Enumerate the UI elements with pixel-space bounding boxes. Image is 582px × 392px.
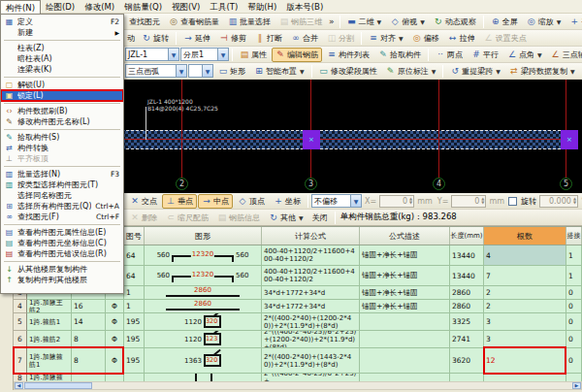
- formula-cell[interactable]: 2*((400-2*40)+(1200-2*40))+2*(11.9*d)+(8…: [262, 313, 360, 331]
- view-rebar-qty-button[interactable]: ◎查看钢筋量: [165, 15, 223, 29]
- horizontal-scrollbar[interactable]: ◀ ▶: [14, 381, 582, 390]
- span-data-copy-button[interactable]: ⇄梁跨数据复制▼: [505, 64, 579, 79]
- snap-coordinate-button[interactable]: +坐标: [270, 194, 305, 209]
- shape-cell[interactable]: 56012320560: [145, 266, 262, 286]
- length-cell[interactable]: [450, 374, 484, 381]
- menubar-view[interactable]: 视图(V): [167, 0, 205, 14]
- rectangle-button[interactable]: ▭矩形: [214, 64, 249, 79]
- menu-item-unlock[interactable]: ▢解锁(U): [1, 80, 123, 90]
- length-cell[interactable]: 13440: [450, 266, 484, 286]
- view-2d-button[interactable]: ▬二维▼: [343, 15, 386, 29]
- sub-mode-select[interactable]: ▼: [188, 64, 213, 78]
- menu-item-select-same-name[interactable]: 选择同名称图元: [1, 190, 123, 201]
- figure-number-cell[interactable]: 195: [124, 348, 145, 374]
- column-header-4[interactable]: 图号: [124, 227, 145, 245]
- arc-mode-select[interactable]: 三点画弧▼: [125, 64, 187, 78]
- chevron-down-icon[interactable]: ▼: [202, 65, 212, 77]
- length-cell[interactable]: 13440: [450, 245, 484, 266]
- scroll-right-button[interactable]: ▶: [572, 382, 581, 389]
- support-column-selected-1[interactable]: ×: [303, 130, 320, 149]
- menu-item-lock[interactable]: ▣锁定(L): [1, 90, 123, 101]
- formula-desc-cell[interactable]: [360, 313, 450, 331]
- menu-item-select-all[interactable]: ⊞选择所有构件图元(Q)Ctrl+A: [1, 201, 123, 212]
- menu-item-batch-select[interactable]: ▥批量选择(N)F3: [1, 169, 123, 180]
- lap-cell[interactable]: 0: [566, 286, 582, 300]
- menubar-version[interactable]: 版本号(B): [281, 0, 328, 14]
- diameter-cell[interactable]: 8: [72, 331, 106, 348]
- rotate-angle-input[interactable]: 0.000▲▼: [539, 195, 578, 208]
- column-header-7[interactable]: 公式描述: [360, 227, 450, 245]
- parallel-button[interactable]: #平行: [468, 48, 502, 62]
- offset-mode-select[interactable]: 不偏移▼: [311, 194, 362, 208]
- menu-item-data-brush[interactable]: ‹›构件数据刷(B): [1, 106, 123, 116]
- toolbar-overflow-button[interactable]: »: [327, 16, 337, 26]
- figure-number-cell[interactable]: 64: [124, 245, 145, 266]
- grade-cell[interactable]: Φ: [106, 348, 124, 374]
- column-header-10[interactable]: 搭接: [566, 227, 582, 245]
- row-number-cell[interactable]: 5: [14, 313, 27, 331]
- snap-perpendicular-button[interactable]: ⊥垂点: [162, 194, 197, 209]
- figure-number-cell[interactable]: 195: [124, 331, 145, 348]
- menu-item-pick-component[interactable]: ✎拾取构件(S): [1, 132, 123, 143]
- formula-desc-cell[interactable]: 锚固+净长+锚固: [360, 245, 450, 266]
- formula-cell[interactable]: 34*d+1772+34*d: [262, 300, 360, 313]
- formula-cell[interactable]: 2*((400-2*40)+(1443-2*40))+2*(11.9*d)+(8…: [262, 348, 360, 374]
- offset-button[interactable]: ◎偏移: [408, 31, 443, 46]
- menu-item-coupling-beam-table[interactable]: 连梁表(K): [1, 64, 123, 75]
- figure-number-cell[interactable]: 195: [124, 313, 145, 331]
- lap-cell[interactable]: 0: [566, 300, 582, 313]
- column-header-6[interactable]: 计算公式: [262, 227, 360, 245]
- chevron-down-icon[interactable]: ▼: [217, 49, 228, 60]
- formula-cell[interactable]: 400-40+1120/2+11600+400-40+1120/2: [262, 245, 360, 266]
- element-name-select[interactable]: JZL-1▼: [125, 48, 179, 61]
- snap-vertex-button[interactable]: ◇顶点: [234, 194, 269, 209]
- figure-number-cell[interactable]: 1: [124, 300, 145, 313]
- lap-cell[interactable]: 0: [566, 348, 582, 374]
- shape-cell[interactable]: 1363320: [145, 348, 262, 374]
- top-view-button[interactable]: ◇俯视▼: [386, 15, 429, 29]
- menubar-tools[interactable]: 工具(T): [205, 0, 242, 14]
- extend-button[interactable]: →延伸: [179, 31, 214, 46]
- diameter-cell[interactable]: 16: [72, 300, 106, 313]
- menu-item-define[interactable]: ▦定义F2: [1, 16, 123, 27]
- grade-cell[interactable]: Φ: [106, 300, 124, 313]
- shape-cell[interactable]: 2860: [145, 300, 262, 313]
- rebar-name-cell[interactable]: 1跨.箍筋2: [27, 331, 72, 348]
- menu-item-find-element[interactable]: ∞查找图元(F)Ctrl+F: [1, 212, 123, 222]
- scroll-left-button[interactable]: ◀: [15, 382, 23, 389]
- point-angle-button[interactable]: ∠点角▼: [503, 48, 546, 62]
- formula-cell[interactable]: 34*d+1772+34*d: [262, 286, 360, 300]
- close-button[interactable]: 关闭: [308, 211, 332, 225]
- row-number-cell[interactable]: 6: [14, 331, 27, 348]
- formula-desc-cell[interactable]: 锚固+净长+锚固: [360, 286, 450, 300]
- rebar-name-cell[interactable]: 1跨.加腋主筋2: [27, 300, 72, 313]
- lap-cell[interactable]: 1: [566, 245, 582, 266]
- edit-beam-segment-button[interactable]: ▭修改梁段属性: [315, 64, 381, 79]
- shape-cell[interactable]: 1120320: [145, 313, 262, 331]
- column-header-5[interactable]: 图形: [145, 227, 262, 245]
- formula-desc-cell[interactable]: [360, 374, 450, 381]
- diameter-cell[interactable]: 14: [72, 313, 106, 331]
- column-header-9[interactable]: 根数: [484, 227, 566, 245]
- row-number-cell[interactable]: 4: [14, 300, 27, 313]
- menu-item-select-by-type[interactable]: ▥按类型选择构件图元(T): [1, 180, 123, 190]
- column-header-8[interactable]: 长度(mm): [450, 227, 484, 245]
- row-number-cell[interactable]: 8: [14, 374, 27, 381]
- menu-item-convert-component[interactable]: ⇄构件转换: [1, 143, 123, 153]
- menu-item-view-coordinate-info[interactable]: ▤查看构件图元坐标信息(C): [1, 238, 123, 248]
- menu-item-copy-to-floor[interactable]: ↑复制构件到其他楼层: [1, 275, 123, 285]
- figure-number-cell[interactable]: 1: [124, 286, 145, 300]
- menu-item-rename-element[interactable]: ✎修改构件图元名称(L): [1, 116, 123, 127]
- scrollbar-thumb[interactable]: [24, 382, 92, 389]
- formula-cell[interactable]: 400-40+1120/2+11600+400-40+1120/2: [262, 266, 360, 286]
- trim-button[interactable]: ⊣修剪: [215, 31, 250, 46]
- rebar-name-cell[interactable]: 1跨.箍筋1: [27, 313, 72, 331]
- orbit-button[interactable]: ↻动态观察: [430, 15, 480, 29]
- spinner-arrows-icon[interactable]: ▲▼: [573, 197, 576, 205]
- shape-cell[interactable]: [145, 374, 262, 381]
- break-button[interactable]: ∥打断: [251, 31, 286, 46]
- quantity-cell[interactable]: [484, 374, 566, 381]
- re-extract-span-button[interactable]: ↺重提梁跨▼: [446, 64, 504, 79]
- pan-button[interactable]: +平移▼: [566, 15, 582, 29]
- length-cell[interactable]: 3325: [450, 313, 484, 331]
